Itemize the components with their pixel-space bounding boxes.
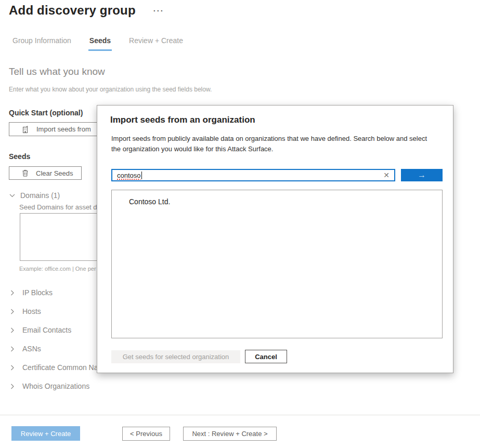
chevron-right-icon bbox=[9, 364, 16, 371]
clear-seeds-button[interactable]: Clear Seeds bbox=[9, 166, 82, 180]
chevron-right-icon bbox=[9, 383, 16, 390]
chevron-down-icon bbox=[9, 192, 16, 199]
wizard-footer: Review + Create < Previous Next : Review… bbox=[0, 415, 480, 441]
cancel-button[interactable]: Cancel bbox=[245, 350, 287, 363]
section-label: Hosts bbox=[22, 307, 41, 315]
text-cursor bbox=[141, 172, 142, 179]
previous-button[interactable]: < Previous bbox=[122, 427, 170, 441]
chevron-right-icon bbox=[9, 327, 16, 334]
review-create-button[interactable]: Review + Create bbox=[11, 426, 80, 441]
section-label: Email Contacts bbox=[22, 326, 71, 334]
clear-seeds-button-label: Clear Seeds bbox=[36, 169, 73, 177]
ellipsis-icon: ··· bbox=[153, 6, 164, 15]
tab-group-information[interactable]: Group Information bbox=[11, 36, 72, 51]
close-icon: ✕ bbox=[383, 171, 390, 179]
dialog-footer: Get seeds for selected organization Canc… bbox=[111, 350, 287, 363]
section-label: IP Blocks bbox=[22, 288, 53, 297]
get-seeds-button[interactable]: Get seeds for selected organization bbox=[111, 350, 240, 363]
organization-search-input[interactable]: contoso ✕ bbox=[111, 169, 395, 181]
organization-results-list: Contoso Ltd. bbox=[111, 190, 443, 338]
dialog-title: Import seeds from an organization bbox=[110, 115, 453, 125]
organization-search-row: contoso ✕ bbox=[111, 169, 395, 181]
section-label: Certificate Common Name bbox=[22, 363, 108, 372]
section-heading: Tell us what you know bbox=[9, 66, 480, 77]
wizard-tabs: Group Information Seeds Review + Create bbox=[11, 36, 480, 51]
dialog-description: Import seeds from publicly available dat… bbox=[111, 134, 438, 154]
section-label: ASNs bbox=[22, 345, 41, 353]
tab-seeds[interactable]: Seeds bbox=[88, 36, 112, 51]
tab-review-create[interactable]: Review + Create bbox=[128, 36, 184, 51]
chevron-right-icon bbox=[9, 308, 16, 315]
domains-section-label: Domains (1) bbox=[20, 191, 60, 200]
whois-organizations-section-toggle[interactable]: Whois Organizations bbox=[9, 377, 480, 396]
chevron-right-icon bbox=[9, 346, 16, 352]
add-discovery-group-page: Add discovery group ··· Group Informatio… bbox=[0, 0, 480, 448]
trash-icon bbox=[21, 169, 29, 177]
chevron-right-icon bbox=[9, 289, 16, 296]
page-header: Add discovery group ··· bbox=[0, 0, 480, 18]
organization-result-contoso[interactable]: Contoso Ltd. bbox=[129, 197, 442, 206]
more-options-button[interactable]: ··· bbox=[150, 6, 167, 15]
next-button[interactable]: Next : Review + Create > bbox=[183, 427, 277, 441]
arrow-right-icon: → bbox=[418, 171, 426, 179]
import-seeds-dialog: Import seeds from an organization Import… bbox=[97, 105, 453, 373]
section-label: Whois Organizations bbox=[22, 382, 89, 390]
search-input-value: contoso bbox=[117, 172, 141, 179]
building-icon bbox=[21, 125, 30, 134]
search-submit-button[interactable]: → bbox=[401, 169, 443, 181]
import-seeds-button-label: Import seeds from bbox=[36, 125, 91, 133]
section-description: Enter what you know about your organizat… bbox=[9, 86, 480, 93]
clear-search-button[interactable]: ✕ bbox=[383, 172, 390, 179]
page-title: Add discovery group bbox=[9, 3, 136, 18]
